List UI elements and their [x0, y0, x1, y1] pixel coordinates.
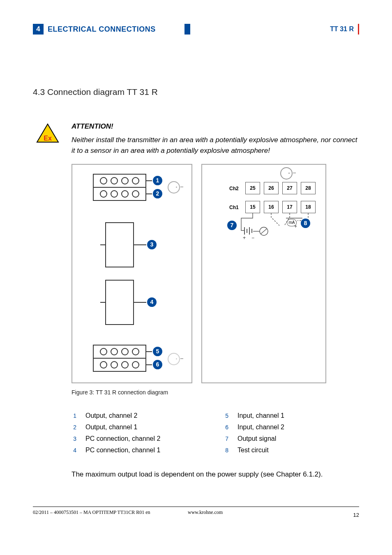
- connection-diagram: 1 2 3 4 5 6: [71, 164, 359, 383]
- section-title: 4.3 Connection diagram TT 31 R: [33, 87, 359, 97]
- config-port-icon: [168, 181, 180, 193]
- attention-text: Neither install the transmitter in an ar…: [71, 135, 359, 157]
- attention-heading: ATTENTION!: [71, 122, 359, 131]
- legend-num: 6: [224, 424, 228, 431]
- attention-block: Ex ATTENTION! Neither install the transm…: [33, 122, 359, 157]
- legend-num: 2: [71, 424, 76, 431]
- legend-text: Output signal: [238, 435, 276, 442]
- legend-item: 7 Output signal: [224, 435, 359, 442]
- chapter-header: 4 ELECTRICAL CONNECTIONS TT 31 R: [33, 24, 359, 35]
- footer-docref: 02/2011 – 4000753501 – MA OPTITEMP TT31C…: [33, 509, 188, 518]
- ma-label: mA: [287, 219, 297, 226]
- diagram-front-view: 1 2 3 4 5 6: [71, 164, 192, 383]
- legend-text: PC connection, channel 1: [85, 447, 160, 454]
- footer-url: www.krohne.com: [188, 509, 343, 518]
- callout-5: 5: [153, 347, 162, 356]
- legend-num: 5: [224, 412, 228, 419]
- legend-text: Output, channel 1: [85, 424, 137, 431]
- page-footer: 02/2011 – 4000753501 – MA OPTITEMP TT31C…: [33, 507, 359, 518]
- page-number: 12: [343, 509, 359, 518]
- callout-2: 2: [153, 189, 162, 198]
- legend-text: Test circuit: [238, 447, 269, 454]
- device-model: TT 31 R: [327, 24, 359, 35]
- legend-item: 8 Test circuit: [224, 447, 359, 454]
- svg-text:Ex: Ex: [44, 135, 52, 142]
- legend-num: 3: [71, 435, 76, 442]
- chapter-number: 4: [33, 24, 44, 35]
- legend-item: 1 Output, channel 2: [71, 412, 207, 419]
- note-text: The maximum output load is dependent on …: [71, 470, 359, 479]
- svg-line-9: [261, 229, 267, 234]
- callout-1: 1: [153, 176, 162, 185]
- figure-caption: Figure 3: TT 31 R connection diagram: [71, 389, 359, 396]
- legend-text: Input, channel 2: [238, 424, 284, 431]
- header-accent: [184, 24, 190, 35]
- legend-num: 1: [71, 412, 76, 419]
- legend-num: 8: [224, 447, 228, 454]
- chapter-title: ELECTRICAL CONNECTIONS: [44, 24, 184, 35]
- callout-4: 4: [147, 297, 157, 307]
- legend-item: 4 PC connection, channel 1: [71, 447, 207, 454]
- callout-6: 6: [153, 360, 162, 369]
- callout-8: 8: [301, 219, 310, 228]
- ex-warning-icon: Ex: [33, 122, 62, 157]
- config-port-icon: [168, 353, 180, 365]
- legend-text: Output, channel 2: [85, 412, 137, 419]
- legend-num: 4: [71, 447, 76, 454]
- diagram-wiring: Ch2 25 26 27 28 Ch1 15 16 17 18: [201, 164, 326, 383]
- legend-item: 5 Input, channel 1: [224, 412, 359, 419]
- legend-item: 3 PC connection, channel 2: [71, 435, 207, 442]
- legend-text: PC connection, channel 2: [85, 435, 160, 442]
- legend-item: 6 Input, channel 2: [224, 424, 359, 431]
- legend-num: 7: [224, 435, 228, 442]
- legend: 1 Output, channel 2 5 Input, channel 1 2…: [71, 412, 359, 454]
- svg-text:+: +: [243, 235, 246, 241]
- legend-item: 2 Output, channel 1: [71, 424, 207, 431]
- legend-text: Input, channel 1: [238, 412, 284, 419]
- callout-3: 3: [147, 240, 157, 249]
- svg-text:−: −: [251, 235, 254, 241]
- callout-7: 7: [227, 221, 237, 230]
